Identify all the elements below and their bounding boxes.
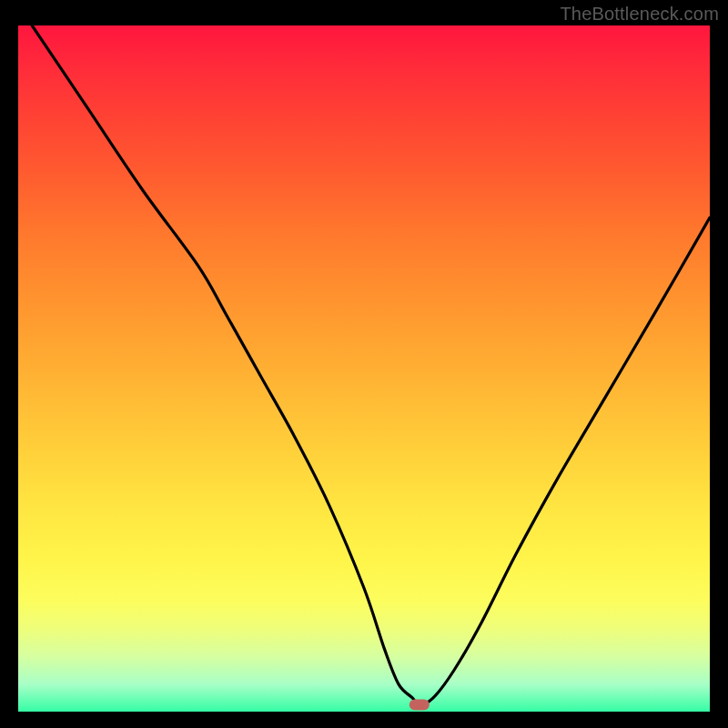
chart-container: TheBottleneck.com [0, 0, 728, 728]
chart-svg [18, 25, 710, 712]
plot-area [18, 25, 710, 712]
watermark-text: TheBottleneck.com [560, 4, 719, 25]
min-marker [410, 699, 430, 710]
bottleneck-curve [32, 25, 710, 704]
